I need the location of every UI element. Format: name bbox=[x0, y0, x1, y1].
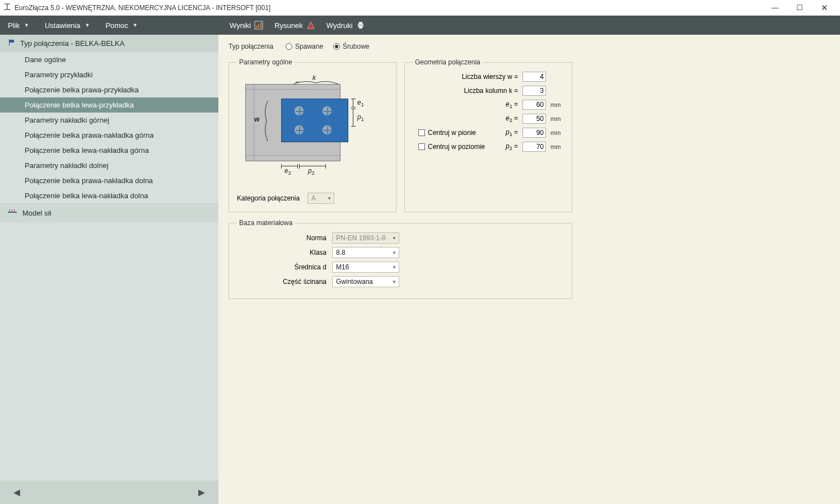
checkbox-icon bbox=[418, 129, 425, 136]
dim-p1-line bbox=[353, 109, 353, 127]
category-combo[interactable]: A▼ bbox=[307, 193, 334, 204]
dim-w-label: w bbox=[254, 115, 259, 123]
svg-rect-16 bbox=[14, 209, 15, 212]
sidebar: Typ połączenia - BELKA-BELKA Dane ogólne… bbox=[0, 35, 218, 504]
tree-item[interactable]: Połączenie belka prawa-nakładka dolna bbox=[0, 173, 218, 188]
param-e2-input[interactable] bbox=[522, 114, 546, 124]
close-button[interactable]: ✕ bbox=[812, 3, 837, 13]
param-cols-input[interactable] bbox=[522, 86, 546, 96]
menubar: Plik▼ Ustawienia▼ Pomoc▼ Wyniki Rysunek … bbox=[0, 16, 840, 35]
menu-pomoc[interactable]: Pomoc▼ bbox=[97, 16, 145, 35]
dim-p2-label: p2 bbox=[308, 167, 315, 176]
dim-e1-line bbox=[353, 99, 353, 108]
param-rows-input[interactable] bbox=[522, 72, 546, 82]
tree-item[interactable]: Połączenie belka prawa-nakładka górna bbox=[0, 128, 218, 143]
param-p1-input[interactable] bbox=[522, 128, 546, 138]
fieldset-geometry-legend: Geometria połączenia bbox=[413, 58, 483, 66]
model-sil-icon bbox=[8, 208, 17, 218]
tree-item[interactable]: Połączenie belka lewa-nakładka dolna bbox=[0, 188, 218, 203]
tree-header[interactable]: Typ połączenia - BELKA-BELKA bbox=[0, 35, 218, 52]
tree-item[interactable]: Połączenie belka lewa-nakładka górna bbox=[0, 143, 218, 158]
drawing-icon bbox=[306, 21, 315, 30]
svg-rect-6 bbox=[260, 22, 262, 28]
radio-spawane[interactable]: Spawane bbox=[286, 43, 323, 50]
tool-wyniki-label: Wyniki bbox=[230, 21, 251, 30]
tree-item[interactable]: Parametry nakładki dolnej bbox=[0, 158, 218, 173]
app-icon bbox=[3, 3, 11, 12]
svg-rect-2 bbox=[4, 9, 11, 10]
svg-rect-1 bbox=[7, 4, 8, 9]
titlebar: EuroZłącza 5.0 - WEWNĘTRZNA, NIEKOMERCYJ… bbox=[0, 0, 840, 16]
dim-e2-label: e2 bbox=[284, 167, 291, 176]
svg-rect-5 bbox=[258, 24, 259, 28]
category-label: Kategoria połączenia bbox=[237, 194, 300, 202]
print-icon bbox=[356, 21, 365, 30]
content: Typ połączenia Spawane Śrubowe Parametry… bbox=[218, 35, 840, 504]
results-icon bbox=[254, 21, 263, 30]
fieldset-geometry: Geometria połączenia Liczba wierszy w = … bbox=[404, 58, 572, 212]
tool-rysunek-label: Rysunek bbox=[274, 21, 303, 30]
checkbox-centruj-pion[interactable]: Centruj w pionie bbox=[418, 129, 476, 137]
tree-item[interactable]: Parametry przykładki bbox=[0, 67, 218, 82]
param-rows-label: Liczba wierszy w = bbox=[413, 73, 518, 81]
srednica-combo[interactable]: M16▼ bbox=[332, 262, 399, 273]
fieldset-material: Baza materiałowa Norma PN-EN 1993-1-8▼ K… bbox=[228, 219, 572, 299]
connection-type-icon bbox=[8, 39, 16, 48]
tree-header-label: Typ połączenia - BELKA-BELKA bbox=[20, 39, 124, 48]
svg-rect-11 bbox=[9, 39, 10, 46]
tree-model-sil[interactable]: Model sił bbox=[0, 203, 218, 222]
svg-marker-7 bbox=[307, 22, 314, 29]
svg-rect-10 bbox=[359, 26, 362, 29]
dim-p1-label: p1 bbox=[357, 113, 364, 122]
radio-dot-icon bbox=[286, 43, 292, 50]
connection-type-label: Typ połączenia bbox=[228, 43, 273, 50]
checkbox-centruj-poziom[interactable]: Centruj w poziomie bbox=[418, 143, 485, 151]
srednica-label: Średnica d bbox=[237, 263, 326, 271]
norma-combo[interactable]: PN-EN 1993-1-8▼ bbox=[332, 232, 399, 244]
tree-item[interactable]: Parametry nakładki górnej bbox=[0, 113, 218, 128]
radio-srubowe[interactable]: Śrubowe bbox=[333, 43, 369, 50]
svg-rect-15 bbox=[12, 209, 12, 212]
czesc-label: Część ścinana bbox=[237, 278, 326, 286]
menu-plik[interactable]: Plik▼ bbox=[0, 16, 37, 35]
svg-rect-9 bbox=[359, 22, 362, 24]
tree-item[interactable]: Połączenie belka prawa-przykładka bbox=[0, 82, 218, 97]
klasa-label: Klasa bbox=[237, 249, 326, 256]
tree-item[interactable]: Połączenie belka lewa-przykładka bbox=[0, 97, 218, 113]
tool-rysunek[interactable]: Rysunek bbox=[269, 16, 321, 35]
tool-wydruki-label: Wydruki bbox=[326, 21, 353, 30]
svg-rect-12 bbox=[10, 40, 14, 43]
fieldset-params-legend: Parametry ogólne bbox=[237, 58, 295, 66]
svg-rect-0 bbox=[4, 3, 10, 4]
minimize-button[interactable]: — bbox=[763, 3, 787, 12]
fieldset-params: Parametry ogólne k w bbox=[228, 58, 396, 212]
czesc-combo[interactable]: Gwintowana▼ bbox=[332, 276, 399, 287]
dim-e1-label: e1 bbox=[357, 99, 364, 108]
param-e1-input[interactable] bbox=[522, 100, 546, 110]
sidebar-footer: ◄ ► bbox=[0, 480, 218, 504]
connection-type-row: Typ połączenia Spawane Śrubowe bbox=[228, 43, 830, 50]
fieldset-material-legend: Baza materiałowa bbox=[237, 219, 295, 227]
checkbox-icon bbox=[418, 143, 425, 150]
param-cols-label: Liczba kolumn k = bbox=[413, 87, 518, 95]
tree-list: Dane ogólne Parametry przykładki Połącze… bbox=[0, 52, 218, 203]
param-p2-input[interactable] bbox=[522, 142, 546, 152]
klasa-combo[interactable]: 8.8▼ bbox=[332, 247, 399, 258]
tree-item[interactable]: Dane ogólne bbox=[0, 52, 218, 67]
nav-next-button[interactable]: ► bbox=[196, 486, 207, 499]
menu-ustawienia[interactable]: Ustawienia▼ bbox=[37, 16, 98, 35]
tool-wyniki[interactable]: Wyniki bbox=[224, 16, 269, 35]
svg-rect-14 bbox=[10, 209, 10, 212]
diagram: k w e1 p1 e2 bbox=[240, 76, 385, 183]
dim-p2-line bbox=[299, 166, 326, 166]
maximize-button[interactable]: ☐ bbox=[787, 3, 812, 12]
model-sil-label: Model sił bbox=[22, 209, 51, 217]
svg-rect-4 bbox=[256, 26, 257, 28]
radio-dot-icon bbox=[333, 43, 340, 50]
svg-rect-13 bbox=[8, 212, 17, 213]
nav-prev-button[interactable]: ◄ bbox=[11, 486, 22, 499]
norma-label: Norma bbox=[237, 234, 326, 242]
dim-e2-line bbox=[281, 166, 298, 166]
window-title: EuroZłącza 5.0 - WEWNĘTRZNA, NIEKOMERCYJ… bbox=[15, 4, 763, 12]
tool-wydruki[interactable]: Wydruki bbox=[321, 16, 371, 35]
